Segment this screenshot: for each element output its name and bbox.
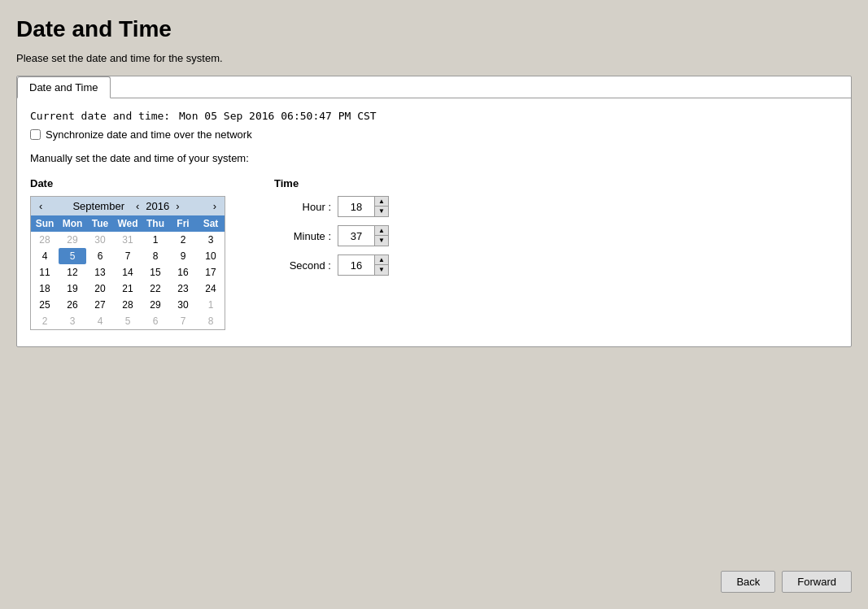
hour-up-button[interactable]: ▲ — [375, 197, 388, 207]
sync-checkbox[interactable] — [30, 129, 41, 140]
date-heading: Date — [30, 177, 225, 189]
calendar-month: September — [72, 200, 124, 212]
minute-row: Minute : ▲ ▼ — [274, 225, 389, 246]
calendar-day[interactable]: 23 — [169, 281, 197, 297]
calendar-day[interactable]: 14 — [114, 264, 142, 281]
calendar-day[interactable]: 27 — [86, 297, 114, 313]
calendar-day[interactable]: 26 — [59, 297, 86, 313]
day-header-thu: Thu — [142, 215, 169, 232]
second-up-button[interactable]: ▲ — [375, 255, 388, 265]
minute-input[interactable] — [338, 228, 374, 244]
hour-down-button[interactable]: ▼ — [375, 207, 388, 216]
calendar-nav: ‹ September ‹ 2016 › › — [31, 197, 225, 215]
calendar-day: 29 — [59, 232, 86, 248]
calendar-day[interactable]: 25 — [31, 297, 59, 313]
calendar-day[interactable]: 1 — [142, 232, 169, 248]
calendar-day[interactable]: 28 — [114, 297, 142, 313]
date-section: Date ‹ September ‹ 2016 › › — [30, 177, 225, 330]
second-row: Second : ▲ ▼ — [274, 254, 389, 276]
calendar-day: 28 — [31, 232, 59, 248]
prev-year-button[interactable]: ‹ — [133, 199, 142, 213]
calendar-day[interactable]: 16 — [169, 264, 197, 281]
calendar-day[interactable]: 22 — [142, 281, 169, 297]
tab-header: Date and Time — [17, 76, 851, 98]
hour-label: Hour : — [274, 201, 331, 213]
calendar-day[interactable]: 5 — [59, 248, 86, 264]
calendar-day[interactable]: 18 — [31, 281, 59, 297]
year-nav: ‹ 2016 › — [133, 199, 183, 213]
day-header-wed: Wed — [114, 215, 142, 232]
calendar-day[interactable]: 19 — [59, 281, 86, 297]
calendar-day[interactable]: 9 — [169, 248, 197, 264]
calendar-day[interactable]: 10 — [197, 248, 225, 264]
day-header-sat: Sat — [197, 215, 225, 232]
minute-input-wrap: ▲ ▼ — [338, 225, 389, 246]
minute-up-button[interactable]: ▲ — [375, 226, 388, 236]
calendar-day: 1 — [197, 297, 225, 313]
current-time-row: Current date and time: Mon 05 Sep 2016 0… — [30, 110, 838, 122]
calendar-day: 6 — [142, 313, 169, 329]
minute-spinner: ▲ ▼ — [374, 226, 388, 246]
calendar-day[interactable]: 13 — [86, 264, 114, 281]
current-time-label: Current date and time: — [30, 110, 170, 122]
minute-label: Minute : — [274, 230, 331, 242]
calendar-day[interactable]: 12 — [59, 264, 86, 281]
tab-content: Current date and time: Mon 05 Sep 2016 0… — [17, 98, 851, 346]
calendar-day: 8 — [197, 313, 225, 329]
calendar-day[interactable]: 6 — [86, 248, 114, 264]
calendar-day[interactable]: 3 — [197, 232, 225, 248]
calendar-day[interactable]: 29 — [142, 297, 169, 313]
calendar-day[interactable]: 2 — [169, 232, 197, 248]
second-input-wrap: ▲ ▼ — [338, 254, 389, 276]
calendar-day: 31 — [114, 232, 142, 248]
page-subtitle: Please set the date and time for the sys… — [16, 52, 852, 64]
minute-down-button[interactable]: ▼ — [375, 236, 388, 246]
calendar-day[interactable]: 24 — [197, 281, 225, 297]
tab-date-and-time[interactable]: Date and Time — [17, 76, 111, 98]
prev-month-button[interactable]: ‹ — [36, 199, 46, 213]
hour-spinner: ▲ ▼ — [374, 197, 388, 216]
calendar-day[interactable]: 30 — [169, 297, 197, 313]
calendar-day[interactable]: 11 — [31, 264, 59, 281]
calendar-day: 30 — [86, 232, 114, 248]
calendar-day[interactable]: 21 — [114, 281, 142, 297]
day-header-fri: Fri — [169, 215, 197, 232]
manually-label: Manually set the date and time of your s… — [30, 152, 838, 164]
calendar-body: 2829303112345678910111213141516171819202… — [31, 232, 225, 329]
second-down-button[interactable]: ▼ — [375, 265, 388, 275]
second-spinner: ▲ ▼ — [374, 255, 388, 275]
calendar-day[interactable]: 4 — [31, 248, 59, 264]
calendar-day: 4 — [86, 313, 114, 329]
calendar-day[interactable]: 17 — [197, 264, 225, 281]
calendar-day: 3 — [59, 313, 86, 329]
day-header-tue: Tue — [86, 215, 114, 232]
calendar-day[interactable]: 8 — [142, 248, 169, 264]
hour-input[interactable] — [338, 199, 374, 215]
next-year-button[interactable]: › — [172, 199, 182, 213]
calendar-day[interactable]: 15 — [142, 264, 169, 281]
sync-row: Synchronize date and time over the netwo… — [30, 128, 838, 141]
calendar-header: Sun Mon Tue Wed Thu Fri Sat — [31, 215, 225, 232]
month-year-display: September ‹ 2016 › — [72, 199, 182, 213]
date-time-area: Date ‹ September ‹ 2016 › › — [30, 177, 838, 330]
calendar: ‹ September ‹ 2016 › › Sun — [30, 196, 225, 330]
sync-label[interactable]: Synchronize date and time over the netwo… — [46, 128, 252, 141]
hour-row: Hour : ▲ ▼ — [274, 196, 389, 217]
tab-container: Date and Time Current date and time: Mon… — [16, 76, 852, 347]
page-title: Date and Time — [16, 16, 852, 42]
calendar-day: 7 — [169, 313, 197, 329]
second-label: Second : — [274, 259, 331, 272]
hour-input-wrap: ▲ ▼ — [338, 196, 389, 217]
day-header-sun: Sun — [31, 215, 59, 232]
calendar-day[interactable]: 20 — [86, 281, 114, 297]
calendar-year: 2016 — [146, 200, 169, 212]
next-month-button[interactable]: › — [210, 199, 220, 213]
calendar-day[interactable]: 7 — [114, 248, 142, 264]
time-heading: Time — [274, 177, 389, 189]
day-header-mon: Mon — [59, 215, 86, 232]
calendar-day: 5 — [114, 313, 142, 329]
time-section: Time Hour : ▲ ▼ Minute : — [274, 177, 389, 284]
calendar-day: 2 — [31, 313, 59, 329]
second-input[interactable] — [338, 258, 374, 273]
current-time-value: Mon 05 Sep 2016 06:50:47 PM CST — [179, 110, 377, 122]
